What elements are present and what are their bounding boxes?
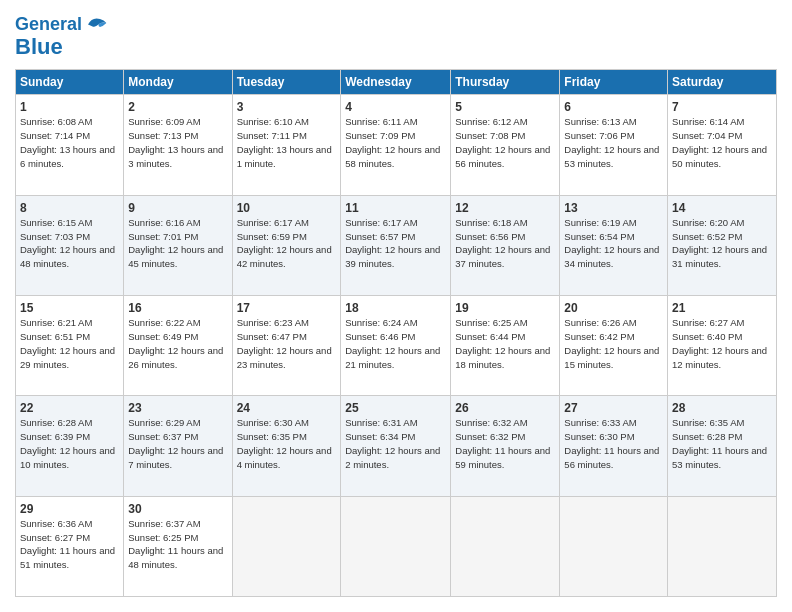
day-daylight: Daylight: 12 hours and 29 minutes.	[20, 345, 115, 370]
day-sunrise: Sunrise: 6:36 AM	[20, 518, 92, 529]
day-sunset: Sunset: 7:01 PM	[128, 231, 198, 242]
day-number: 8	[20, 200, 119, 216]
day-sunrise: Sunrise: 6:27 AM	[672, 317, 744, 328]
calendar-cell	[341, 496, 451, 596]
day-daylight: Daylight: 12 hours and 18 minutes.	[455, 345, 550, 370]
col-wednesday: Wednesday	[341, 70, 451, 95]
day-daylight: Daylight: 13 hours and 3 minutes.	[128, 144, 223, 169]
day-sunset: Sunset: 6:57 PM	[345, 231, 415, 242]
calendar-cell	[560, 496, 668, 596]
calendar-cell	[232, 496, 341, 596]
day-sunrise: Sunrise: 6:32 AM	[455, 417, 527, 428]
day-sunset: Sunset: 6:35 PM	[237, 431, 307, 442]
day-sunset: Sunset: 6:37 PM	[128, 431, 198, 442]
day-daylight: Daylight: 12 hours and 10 minutes.	[20, 445, 115, 470]
col-monday: Monday	[124, 70, 232, 95]
calendar-cell: 18 Sunrise: 6:24 AM Sunset: 6:46 PM Dayl…	[341, 295, 451, 395]
day-sunrise: Sunrise: 6:28 AM	[20, 417, 92, 428]
day-number: 28	[672, 400, 772, 416]
calendar-cell: 14 Sunrise: 6:20 AM Sunset: 6:52 PM Dayl…	[668, 195, 777, 295]
day-sunrise: Sunrise: 6:11 AM	[345, 116, 417, 127]
calendar-header-row: Sunday Monday Tuesday Wednesday Thursday…	[16, 70, 777, 95]
calendar-cell: 15 Sunrise: 6:21 AM Sunset: 6:51 PM Dayl…	[16, 295, 124, 395]
day-sunrise: Sunrise: 6:15 AM	[20, 217, 92, 228]
day-daylight: Daylight: 12 hours and 26 minutes.	[128, 345, 223, 370]
day-sunset: Sunset: 6:39 PM	[20, 431, 90, 442]
logo-bird-icon	[84, 15, 108, 35]
day-sunset: Sunset: 6:46 PM	[345, 331, 415, 342]
day-sunrise: Sunrise: 6:18 AM	[455, 217, 527, 228]
day-sunset: Sunset: 6:32 PM	[455, 431, 525, 442]
calendar-cell: 10 Sunrise: 6:17 AM Sunset: 6:59 PM Dayl…	[232, 195, 341, 295]
calendar-cell: 3 Sunrise: 6:10 AM Sunset: 7:11 PM Dayli…	[232, 95, 341, 195]
day-daylight: Daylight: 11 hours and 53 minutes.	[672, 445, 767, 470]
calendar-cell: 11 Sunrise: 6:17 AM Sunset: 6:57 PM Dayl…	[341, 195, 451, 295]
day-sunrise: Sunrise: 6:17 AM	[345, 217, 417, 228]
day-number: 12	[455, 200, 555, 216]
day-number: 16	[128, 300, 227, 316]
day-daylight: Daylight: 12 hours and 48 minutes.	[20, 244, 115, 269]
day-sunrise: Sunrise: 6:31 AM	[345, 417, 417, 428]
day-number: 3	[237, 99, 337, 115]
day-sunset: Sunset: 6:40 PM	[672, 331, 742, 342]
day-sunset: Sunset: 7:03 PM	[20, 231, 90, 242]
day-number: 15	[20, 300, 119, 316]
calendar-cell: 23 Sunrise: 6:29 AM Sunset: 6:37 PM Dayl…	[124, 396, 232, 496]
calendar-cell: 16 Sunrise: 6:22 AM Sunset: 6:49 PM Dayl…	[124, 295, 232, 395]
day-number: 1	[20, 99, 119, 115]
page: General Blue Sunday Monday	[0, 0, 792, 612]
calendar-cell: 1 Sunrise: 6:08 AM Sunset: 7:14 PM Dayli…	[16, 95, 124, 195]
day-sunset: Sunset: 7:11 PM	[237, 130, 307, 141]
day-sunset: Sunset: 7:08 PM	[455, 130, 525, 141]
calendar-cell: 21 Sunrise: 6:27 AM Sunset: 6:40 PM Dayl…	[668, 295, 777, 395]
day-sunrise: Sunrise: 6:37 AM	[128, 518, 200, 529]
day-number: 18	[345, 300, 446, 316]
col-tuesday: Tuesday	[232, 70, 341, 95]
col-thursday: Thursday	[451, 70, 560, 95]
day-sunset: Sunset: 6:51 PM	[20, 331, 90, 342]
col-friday: Friday	[560, 70, 668, 95]
day-number: 23	[128, 400, 227, 416]
day-number: 21	[672, 300, 772, 316]
logo-text: General	[15, 15, 82, 35]
day-daylight: Daylight: 12 hours and 23 minutes.	[237, 345, 332, 370]
day-number: 30	[128, 501, 227, 517]
day-daylight: Daylight: 12 hours and 34 minutes.	[564, 244, 659, 269]
day-sunset: Sunset: 6:42 PM	[564, 331, 634, 342]
header: General Blue	[15, 15, 777, 59]
calendar-cell	[451, 496, 560, 596]
day-number: 7	[672, 99, 772, 115]
calendar-cell: 8 Sunrise: 6:15 AM Sunset: 7:03 PM Dayli…	[16, 195, 124, 295]
calendar-table: Sunday Monday Tuesday Wednesday Thursday…	[15, 69, 777, 597]
day-daylight: Daylight: 13 hours and 1 minute.	[237, 144, 332, 169]
day-sunset: Sunset: 7:09 PM	[345, 130, 415, 141]
day-sunrise: Sunrise: 6:30 AM	[237, 417, 309, 428]
day-sunset: Sunset: 6:49 PM	[128, 331, 198, 342]
day-daylight: Daylight: 12 hours and 21 minutes.	[345, 345, 440, 370]
logo: General Blue	[15, 15, 108, 59]
day-daylight: Daylight: 12 hours and 37 minutes.	[455, 244, 550, 269]
day-number: 22	[20, 400, 119, 416]
day-daylight: Daylight: 11 hours and 59 minutes.	[455, 445, 550, 470]
day-number: 17	[237, 300, 337, 316]
day-daylight: Daylight: 12 hours and 12 minutes.	[672, 345, 767, 370]
day-sunrise: Sunrise: 6:23 AM	[237, 317, 309, 328]
day-number: 25	[345, 400, 446, 416]
day-sunrise: Sunrise: 6:12 AM	[455, 116, 527, 127]
calendar-cell: 4 Sunrise: 6:11 AM Sunset: 7:09 PM Dayli…	[341, 95, 451, 195]
calendar-cell: 2 Sunrise: 6:09 AM Sunset: 7:13 PM Dayli…	[124, 95, 232, 195]
calendar-week-row: 22 Sunrise: 6:28 AM Sunset: 6:39 PM Dayl…	[16, 396, 777, 496]
day-sunrise: Sunrise: 6:21 AM	[20, 317, 92, 328]
calendar-cell: 12 Sunrise: 6:18 AM Sunset: 6:56 PM Dayl…	[451, 195, 560, 295]
day-number: 10	[237, 200, 337, 216]
day-number: 27	[564, 400, 663, 416]
day-sunrise: Sunrise: 6:26 AM	[564, 317, 636, 328]
day-sunset: Sunset: 6:54 PM	[564, 231, 634, 242]
col-saturday: Saturday	[668, 70, 777, 95]
day-daylight: Daylight: 12 hours and 56 minutes.	[455, 144, 550, 169]
day-sunrise: Sunrise: 6:25 AM	[455, 317, 527, 328]
calendar-cell: 13 Sunrise: 6:19 AM Sunset: 6:54 PM Dayl…	[560, 195, 668, 295]
day-sunset: Sunset: 6:25 PM	[128, 532, 198, 543]
calendar-cell: 22 Sunrise: 6:28 AM Sunset: 6:39 PM Dayl…	[16, 396, 124, 496]
logo-text-blue: Blue	[15, 35, 63, 59]
